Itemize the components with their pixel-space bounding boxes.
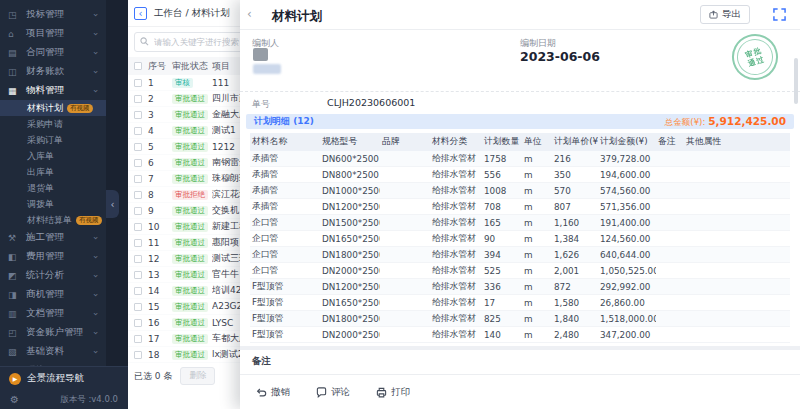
sidebar-item[interactable]: ◩ 统计分析 ›: [0, 266, 106, 285]
material-name: F型顶管: [250, 297, 320, 309]
row-no: 11: [148, 238, 172, 248]
row-checkbox[interactable]: [134, 239, 142, 247]
chevron-down-icon: ›: [91, 236, 101, 240]
table-row[interactable]: 承插管 DN600*2500 给排水管材 1758 m 216 379,728.…: [250, 151, 790, 167]
drawer-collapse-icon[interactable]: ‹: [247, 7, 252, 21]
search-icon: [140, 37, 149, 46]
table-row[interactable]: 承插管 DN1200*2500 给排水管材 708 m 807 571,356.…: [250, 199, 790, 215]
plan-quantity: 1758: [482, 154, 522, 164]
plan-quantity: 525: [482, 266, 522, 276]
table-row[interactable]: 企口管 DN1800*2500 给排水管材 394 m 1,626 640,64…: [250, 247, 790, 263]
row-no: 3: [148, 110, 172, 120]
export-button[interactable]: 导出: [700, 5, 750, 24]
material-category: 给排水管材: [430, 265, 482, 277]
table-row[interactable]: F型顶管 DN1800*2500 给排水管材 825 m 1,840 1,518…: [250, 311, 790, 327]
material-name: 企口管: [250, 265, 320, 277]
sidebar-item[interactable]: 材料计划 有视频: [0, 100, 106, 116]
sidebar-item[interactable]: 出库单: [0, 164, 106, 180]
material-name: 企口管: [250, 217, 320, 229]
sidebar-item[interactable]: ▤ 合同管理 ›: [0, 43, 106, 62]
menu-item-label: 项目管理: [26, 27, 64, 40]
spec-model: DN1650*2500: [320, 298, 380, 308]
sidebar-item[interactable]: ◳ 投标管理 ›: [0, 5, 106, 24]
row-checkbox[interactable]: [134, 143, 142, 151]
row-no: 9: [148, 206, 172, 216]
spec-model: DN2000*2500: [320, 330, 380, 340]
gear-icon[interactable]: ⚙: [10, 394, 19, 405]
plan-amount: 347,200.00: [598, 330, 656, 340]
table-row[interactable]: 企口管 DN2000*2500 给排水管材 525 m 2,001 1,050,…: [250, 263, 790, 279]
print-button[interactable]: 打印: [376, 386, 410, 399]
row-checkbox[interactable]: [134, 255, 142, 263]
table-row[interactable]: 企口管 DN1500*2500 给排水管材 165 m 1,160 191,40…: [250, 215, 790, 231]
row-checkbox[interactable]: [134, 111, 142, 119]
sidebar-item[interactable]: 采购申请: [0, 116, 106, 132]
menu-item-icon: ▦: [8, 86, 20, 96]
unit: m: [522, 298, 552, 308]
menu-item-label: 投标管理: [26, 8, 64, 21]
sidebar-item[interactable]: ◨ 商机管理 ›: [0, 285, 106, 304]
table-row[interactable]: 承插管 DN1000*2500 给排水管材 1008 m 570 574,560…: [250, 183, 790, 199]
sidebar-item[interactable]: 调拨单: [0, 196, 106, 212]
select-all-checkbox[interactable]: [134, 62, 142, 70]
menu-item-label: 采购订单: [27, 134, 63, 147]
sidebar-item[interactable]: 退货单: [0, 180, 106, 196]
video-badge: 有视频: [76, 216, 102, 225]
row-checkbox[interactable]: [134, 351, 142, 359]
row-checkbox[interactable]: [134, 287, 142, 295]
chevron-down-icon: ›: [91, 32, 101, 36]
undo-icon: [256, 387, 267, 398]
menu-item-icon: ◩: [8, 271, 20, 281]
row-checkbox[interactable]: [134, 159, 142, 167]
row-checkbox[interactable]: [134, 223, 142, 231]
comment-button[interactable]: 评论: [316, 386, 350, 399]
sidebar-item[interactable]: ◫ 财务账款 ›: [0, 62, 106, 81]
version-row: ⚙ 版本号 :v4.0.0: [0, 390, 128, 409]
fullscreen-icon[interactable]: [773, 8, 786, 21]
sidebar-collapse-handle[interactable]: ‹: [106, 190, 119, 218]
spec-model: DN2000*2500: [320, 266, 380, 276]
menu-item-icon: ▥: [8, 309, 20, 319]
row-checkbox[interactable]: [134, 79, 142, 87]
drawer-title: 材料计划: [272, 8, 322, 25]
table-row[interactable]: 承插管 DN800*2500 给排水管材 556 m 350 194,600.0…: [250, 167, 790, 183]
sidebar-item[interactable]: ◧ 费用管理 ›: [0, 247, 106, 266]
row-checkbox[interactable]: [134, 335, 142, 343]
sidebar-item[interactable]: ◰ 资金账户管理 ›: [0, 323, 106, 342]
row-checkbox[interactable]: [134, 127, 142, 135]
unit: m: [522, 186, 552, 196]
scrollbar[interactable]: [794, 58, 798, 104]
approval-stamp: 审批 通过: [726, 30, 784, 86]
sidebar-item[interactable]: 入库单: [0, 148, 106, 164]
sidebar-item[interactable]: ⌂ 项目管理 ›: [0, 24, 106, 43]
back-button[interactable]: ‹: [134, 7, 147, 20]
panorama-nav-button[interactable]: ▶ 全景流程导航: [0, 367, 128, 390]
plan-unit-price: 216: [552, 154, 598, 164]
version-label: 版本号 :v4.0.0: [60, 394, 118, 406]
row-checkbox[interactable]: [134, 191, 142, 199]
sidebar-item[interactable]: ▧ 基础资料 ›: [0, 342, 106, 361]
table-row[interactable]: F型顶管 DN1650*2500 给排水管材 17 m 1,580 26,860…: [250, 295, 790, 311]
sidebar-item[interactable]: ▦ 物料管理 ›: [0, 81, 106, 100]
materials-table-body: 承插管 DN600*2500 给排水管材 1758 m 216 379,728.…: [250, 151, 790, 343]
sidebar-item[interactable]: ⚒ 施工管理 ›: [0, 228, 106, 247]
video-badge: 有视频: [67, 104, 93, 113]
delete-button[interactable]: 删除: [180, 367, 215, 385]
plan-quantity: 825: [482, 314, 522, 324]
sidebar-item[interactable]: 材料结算单 有视频: [0, 212, 106, 228]
chevron-down-icon: ›: [91, 89, 101, 93]
sidebar-item[interactable]: 采购订单: [0, 132, 106, 148]
undo-button[interactable]: 撤销: [256, 386, 290, 399]
plan-quantity: 708: [482, 202, 522, 212]
row-checkbox[interactable]: [134, 271, 142, 279]
row-checkbox[interactable]: [134, 303, 142, 311]
table-row[interactable]: 企口管 DN1650*2500 给排水管材 90 m 1,384 124,560…: [250, 231, 790, 247]
row-checkbox[interactable]: [134, 207, 142, 215]
chevron-down-icon: ›: [91, 274, 101, 278]
row-checkbox[interactable]: [134, 175, 142, 183]
table-row[interactable]: F型顶管 DN2000*2500 给排水管材 140 m 2,480 347,2…: [250, 327, 790, 343]
table-row[interactable]: F型顶管 DN1200*2500 给排水管材 336 m 872 292,992…: [250, 279, 790, 295]
row-checkbox[interactable]: [134, 319, 142, 327]
row-checkbox[interactable]: [134, 95, 142, 103]
sidebar-item[interactable]: ▥ 文档管理 ›: [0, 304, 106, 323]
